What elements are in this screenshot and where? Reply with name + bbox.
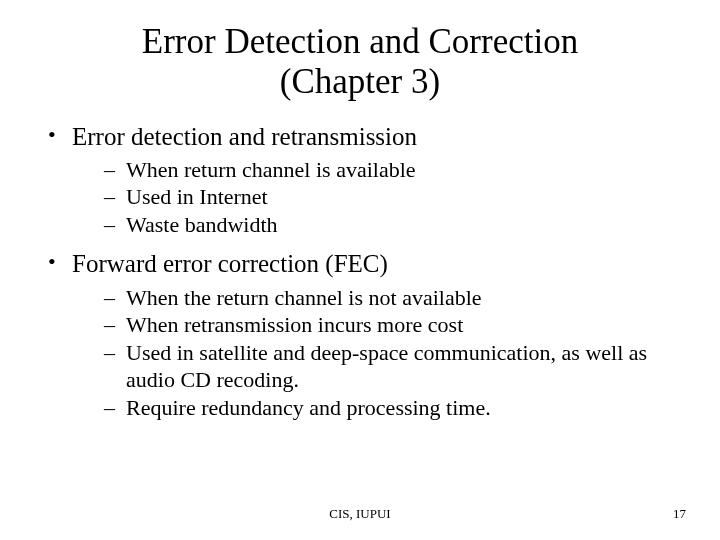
sub-bullet-list: When return channel is available Used in… — [72, 156, 676, 239]
slide-body: Error detection and retransmission When … — [0, 103, 720, 422]
title-line-1: Error Detection and Correction — [142, 22, 578, 61]
sub-bullet-list: When the return channel is not available… — [72, 284, 676, 422]
bullet-item: Error detection and retransmission When … — [44, 121, 676, 239]
slide: Error Detection and Correction (Chapter … — [0, 0, 720, 540]
bullet-list: Error detection and retransmission When … — [44, 121, 676, 422]
sub-bullet-item: Require redundancy and processing time. — [104, 394, 676, 422]
title-line-2: (Chapter 3) — [280, 62, 440, 101]
sub-bullet-item: Used in Internet — [104, 183, 676, 211]
sub-bullet-item: When retransmission incurs more cost — [104, 311, 676, 339]
sub-bullet-item: Used in satellite and deep-space communi… — [104, 339, 676, 394]
sub-bullet-item: When the return channel is not available — [104, 284, 676, 312]
footer-center: CIS, IUPUI — [0, 506, 720, 522]
bullet-text: Forward error correction (FEC) — [72, 250, 388, 277]
page-number: 17 — [673, 506, 686, 522]
slide-title: Error Detection and Correction (Chapter … — [0, 0, 720, 103]
sub-bullet-text: When the return channel is not available — [126, 285, 482, 310]
sub-bullet-text: When retransmission incurs more cost — [126, 312, 463, 337]
bullet-item: Forward error correction (FEC) When the … — [44, 248, 676, 421]
sub-bullet-text: Waste bandwidth — [126, 212, 278, 237]
sub-bullet-item: Waste bandwidth — [104, 211, 676, 239]
sub-bullet-text: When return channel is available — [126, 157, 416, 182]
sub-bullet-text: Require redundancy and processing time. — [126, 395, 491, 420]
sub-bullet-text: Used in satellite and deep-space communi… — [126, 340, 647, 393]
bullet-text: Error detection and retransmission — [72, 123, 417, 150]
sub-bullet-text: Used in Internet — [126, 184, 268, 209]
sub-bullet-item: When return channel is available — [104, 156, 676, 184]
